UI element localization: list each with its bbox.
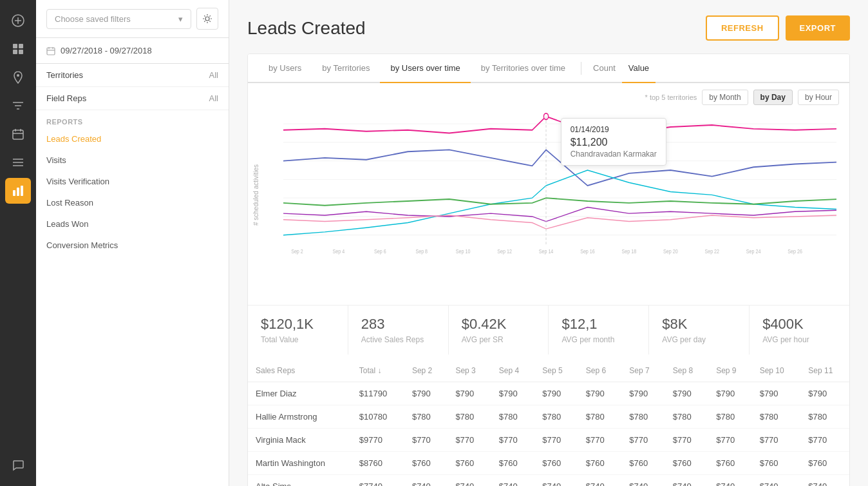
table-cell-value: $760: [578, 452, 621, 475]
svg-rect-11: [13, 130, 23, 139]
table-cell-name: Hallie Armstrong: [248, 405, 352, 429]
table-cell-value: $740: [800, 475, 849, 487]
tab-by-territories[interactable]: by Territories: [312, 54, 380, 83]
stats-row: $120,1K Total Value 283 Active Sales Rep…: [248, 305, 849, 355]
metric-tab-value[interactable]: Value: [622, 54, 656, 83]
by-month-button[interactable]: by Month: [702, 90, 748, 105]
stat-value: $400K: [762, 316, 836, 333]
report-item-visits[interactable]: Visits: [36, 150, 229, 171]
table-cell-name: Virginia Mack: [248, 429, 352, 452]
table-cell-name: Alta Sims: [248, 475, 352, 487]
svg-rect-19: [17, 188, 19, 196]
report-item-leads-won[interactable]: Leads Won: [36, 213, 229, 235]
grid-icon-btn[interactable]: [5, 36, 31, 62]
location-icon-btn[interactable]: [5, 64, 31, 90]
table-header: Sep 11: [800, 360, 849, 382]
by-day-button[interactable]: by Day: [753, 90, 793, 105]
table-cell-value: $11790: [352, 382, 404, 405]
table-header: Sales Reps: [248, 360, 352, 382]
stat-label: Active Sales Reps: [361, 335, 435, 344]
refresh-button[interactable]: REFRESH: [706, 15, 779, 41]
table-header: Sep 9: [708, 360, 751, 382]
field-reps-value: All: [209, 93, 218, 103]
stat-value: $120,1K: [261, 316, 335, 333]
report-item-conversion-metrics[interactable]: Conversion Metrics: [36, 235, 229, 256]
svg-rect-18: [13, 190, 15, 196]
table-header: Total ↓: [352, 360, 404, 382]
svg-text:Sep 2: Sep 2: [291, 248, 303, 255]
table-cell-value: $790: [621, 382, 665, 405]
table-cell-value: $770: [578, 429, 621, 452]
table-cell-value: $780: [578, 405, 621, 429]
filter-placeholder: Choose saved filters: [55, 14, 131, 24]
reports-section-label: REPORTS: [36, 110, 229, 128]
table-header: Sep 7: [621, 360, 665, 382]
y-axis-label-container: # scheduled activities: [249, 112, 262, 279]
stat-value: 283: [361, 316, 435, 333]
chat-icon-btn[interactable]: [5, 452, 31, 478]
svg-rect-5: [13, 50, 17, 54]
list-icon-btn[interactable]: [5, 150, 31, 175]
table-header: Sep 8: [665, 360, 708, 382]
table-cell-value: $740: [448, 475, 491, 487]
table-cell-value: $770: [708, 429, 751, 452]
by-hour-button[interactable]: by Hour: [798, 90, 839, 105]
svg-text:Sep 4: Sep 4: [333, 248, 345, 255]
svg-point-7: [17, 74, 19, 77]
table-cell-value: $790: [752, 382, 801, 405]
table-cell-value: $790: [404, 382, 448, 405]
table-cell-value: $790: [448, 382, 491, 405]
report-items-list: Leads CreatedVisitsVisits VerificationLo…: [36, 128, 229, 256]
metric-tabs: CountValue: [587, 54, 656, 82]
chart-controls: * top 5 territories by Month by Day by H…: [248, 83, 849, 112]
settings-button[interactable]: [196, 8, 218, 30]
stat-label: AVG per month: [561, 335, 636, 344]
table-cell-value: $770: [800, 429, 849, 452]
table-cell-name: Martin Washington: [248, 452, 352, 475]
table-cell-value: $780: [491, 405, 534, 429]
table-cell-value: $740: [404, 475, 448, 487]
svg-point-21: [205, 17, 209, 21]
table-cell-value: $10780: [352, 405, 404, 429]
saved-filters-select[interactable]: Choose saved filters ▾: [46, 9, 191, 29]
territories-label: Territories: [46, 70, 83, 80]
svg-rect-22: [47, 48, 55, 55]
table-cell-value: $780: [752, 405, 801, 429]
table-header: Sep 4: [491, 360, 534, 382]
chart-icon-btn[interactable]: [5, 178, 31, 204]
page-header: Leads Created REFRESH EXPORT: [247, 15, 850, 41]
tabs-row: by Usersby Territoriesby Users over time…: [248, 54, 849, 83]
svg-text:Sep 22: Sep 22: [704, 248, 719, 255]
export-button[interactable]: EXPORT: [786, 15, 850, 41]
table-header: Sep 6: [578, 360, 621, 382]
stat-value: $0.42K: [462, 316, 536, 333]
table-row: Alta Sims$7740$740$740$740$740$740$740$7…: [248, 475, 849, 487]
table-header: Sep 10: [752, 360, 801, 382]
report-item-lost-reason[interactable]: Lost Reason: [36, 192, 229, 213]
table-cell-value: $740: [491, 475, 534, 487]
calendar-icon-btn[interactable]: [5, 121, 31, 147]
page-title: Leads Created: [247, 18, 366, 39]
tab-by-users-over-time[interactable]: by Users over time: [380, 54, 470, 83]
nav-sidebar: Choose saved filters ▾ 09/27/2018 - 09/2…: [36, 0, 229, 486]
icon-sidebar: [0, 0, 36, 486]
report-item-visits-verification[interactable]: Visits Verification: [36, 171, 229, 192]
y-axis-label: # scheduled activities: [252, 164, 259, 226]
stat-cell-avg-per-day: $8K AVG per day: [649, 306, 750, 355]
field-reps-label: Field Reps: [46, 93, 86, 103]
stat-cell-active-sales-reps: 283 Active Sales Reps: [348, 306, 449, 355]
tab-by-users[interactable]: by Users: [258, 54, 312, 83]
add-icon-btn[interactable]: [5, 8, 31, 34]
table-cell-value: $740: [621, 475, 665, 487]
filter-icon-btn[interactable]: [5, 93, 31, 119]
svg-text:Sep 26: Sep 26: [788, 248, 802, 255]
report-item-leads-created[interactable]: Leads Created: [36, 128, 229, 150]
svg-text:Sep 8: Sep 8: [415, 248, 428, 255]
table-cell-name: Elmer Diaz: [248, 382, 352, 405]
table-cell-value: $740: [665, 475, 708, 487]
metric-tab-count[interactable]: Count: [587, 54, 622, 82]
table-cell-value: $780: [404, 405, 448, 429]
table-cell-value: $760: [491, 452, 534, 475]
header-actions: REFRESH EXPORT: [706, 15, 850, 41]
tab-by-territories-over-time[interactable]: by Territories over time: [471, 54, 576, 83]
